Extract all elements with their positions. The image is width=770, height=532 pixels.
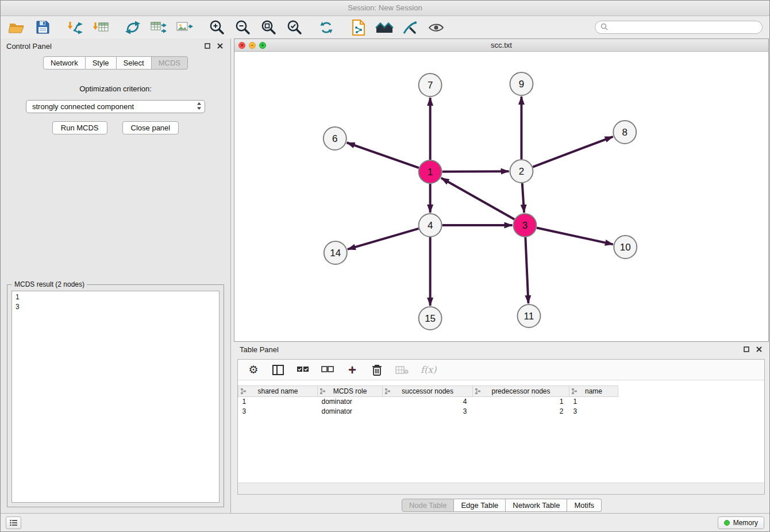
- run-mcds-button[interactable]: Run MCDS: [52, 121, 107, 134]
- graph-edge-2-3[interactable]: [522, 183, 524, 213]
- graph-node-2[interactable]: 2: [510, 160, 533, 183]
- minimize-window-icon[interactable]: −: [249, 42, 256, 49]
- select-stepper-icon: [197, 102, 202, 112]
- network-graph[interactable]: 7968124314101511: [234, 52, 768, 341]
- graph-node-4[interactable]: 4: [419, 214, 442, 237]
- graph-node-1[interactable]: 1: [419, 160, 442, 183]
- export-image-icon[interactable]: [175, 18, 194, 37]
- graph-node-11[interactable]: 11: [517, 304, 540, 327]
- column-header-MCDS-role[interactable]: MCDS role: [318, 386, 383, 397]
- select-all-columns-icon[interactable]: [297, 366, 309, 374]
- graph-node-14[interactable]: 14: [324, 241, 347, 264]
- control-panel-tabs: NetworkStyleSelectMCDS: [1, 56, 230, 70]
- column-tree-icon: [572, 388, 577, 396]
- network-canvas[interactable]: 7968124314101511: [234, 52, 768, 341]
- refresh-icon[interactable]: [317, 18, 336, 37]
- graph-edge-3-10[interactable]: [537, 228, 613, 244]
- close-window-icon[interactable]: ✕: [238, 42, 245, 49]
- import-table-icon[interactable]: [91, 18, 110, 37]
- column-header-successor-nodes[interactable]: successor nodes: [383, 386, 473, 397]
- tab-motifs[interactable]: Motifs: [567, 499, 602, 512]
- paint-brush-icon[interactable]: [401, 18, 419, 37]
- node-table-header-row: shared nameMCDS rolesuccessor nodesprede…: [238, 386, 765, 397]
- network-window-titlebar: scc.txt ✕ − +: [234, 39, 768, 52]
- close-panel-icon[interactable]: [215, 41, 225, 51]
- function-builder-icon: f(x): [421, 364, 436, 375]
- column-header-filler: [618, 386, 765, 397]
- table-row[interactable]: 1dominator411: [238, 397, 765, 407]
- graph-edge-3-11[interactable]: [525, 237, 528, 303]
- zoom-out-icon[interactable]: [233, 18, 252, 37]
- network-window: scc.txt ✕ − + 7968124314101511: [234, 38, 769, 342]
- close-panel-button[interactable]: Close panel: [122, 121, 179, 134]
- table-row[interactable]: 3dominator323: [238, 407, 765, 417]
- zoom-in-icon[interactable]: [207, 18, 226, 37]
- memory-button[interactable]: Memory: [718, 516, 764, 529]
- graph-node-6[interactable]: 6: [324, 127, 346, 150]
- eye-icon[interactable]: [427, 18, 445, 37]
- table-horizontal-scrollbar[interactable]: [238, 483, 764, 494]
- table-cell-filler: [618, 407, 765, 417]
- float-table-panel-icon[interactable]: [742, 345, 751, 354]
- search-input[interactable]: [611, 24, 757, 32]
- zoom-window-icon[interactable]: +: [259, 42, 266, 49]
- graph-edge-3-1[interactable]: [441, 178, 514, 219]
- refresh-group: [317, 18, 336, 37]
- tab-network-table[interactable]: Network Table: [506, 499, 567, 512]
- zoom-selected-icon[interactable]: [285, 18, 303, 37]
- trash-icon[interactable]: [371, 364, 383, 376]
- float-panel-icon[interactable]: [203, 41, 212, 51]
- table-panel-title: Table Panel: [240, 345, 279, 354]
- column-header-predecessor-nodes[interactable]: predecessor nodes: [473, 386, 569, 397]
- table-settings-gear-icon[interactable]: ⚙: [247, 364, 260, 375]
- graph-node-8[interactable]: 8: [613, 121, 636, 144]
- graph-edge-4-14[interactable]: [348, 229, 419, 249]
- control-panel-title: Control Panel: [6, 42, 52, 51]
- show-columns-icon[interactable]: [272, 365, 284, 375]
- window-title: Session: New Session: [348, 3, 422, 12]
- close-table-panel-icon[interactable]: [754, 345, 764, 354]
- save-icon[interactable]: [33, 18, 52, 37]
- add-column-icon[interactable]: +: [346, 363, 359, 377]
- column-header-shared-name[interactable]: shared name: [238, 386, 318, 397]
- delete-column-icon: [395, 365, 409, 375]
- search-box[interactable]: [595, 21, 763, 34]
- tab-select[interactable]: Select: [117, 56, 152, 70]
- open-folder-icon[interactable]: [7, 18, 26, 37]
- optimization-criterion-label: Optimization criterion:: [79, 84, 152, 93]
- table-toolbar: ⚙: [238, 360, 764, 380]
- mcds-result-line: 3: [16, 302, 215, 312]
- graph-node-3[interactable]: 3: [513, 214, 536, 237]
- deselect-all-columns-icon[interactable]: [321, 366, 334, 374]
- network-document-icon[interactable]: [349, 18, 368, 37]
- status-bar: Memory: [1, 513, 769, 531]
- table-cell: 1: [569, 397, 618, 407]
- zoom-fit-icon[interactable]: [259, 18, 278, 37]
- criterion-select-value: strongly connected component: [32, 102, 134, 111]
- criterion-select[interactable]: strongly connected component: [26, 100, 205, 113]
- task-history-icon[interactable]: [6, 516, 21, 529]
- tab-node-table[interactable]: Node Table: [402, 499, 455, 512]
- tab-edge-table[interactable]: Edge Table: [454, 499, 506, 512]
- table-cell: 3: [383, 407, 473, 417]
- graph-node-9[interactable]: 9: [510, 72, 533, 95]
- graph-edge-1-2[interactable]: [442, 171, 509, 172]
- graph-edge-2-8[interactable]: [533, 137, 613, 167]
- graph-node-10[interactable]: 10: [614, 236, 637, 259]
- column-header-name[interactable]: name: [569, 386, 618, 397]
- import-network-icon[interactable]: [66, 18, 84, 37]
- tab-network[interactable]: Network: [43, 56, 86, 70]
- tab-mcds[interactable]: MCDS: [152, 56, 188, 70]
- first-neighbors-icon[interactable]: [375, 18, 394, 37]
- tab-style[interactable]: Style: [86, 56, 117, 70]
- column-tree-icon: [475, 388, 480, 396]
- export-table-icon[interactable]: [149, 18, 168, 37]
- graph-edge-1-6[interactable]: [347, 142, 419, 168]
- table-cell-filler: [618, 397, 765, 407]
- mcds-result-title: MCDS result (2 nodes): [12, 280, 87, 288]
- network-arrows-icon[interactable]: [124, 18, 142, 37]
- svg-text:1: 1: [428, 167, 433, 178]
- mcds-result-list[interactable]: 13: [11, 291, 220, 503]
- graph-node-7[interactable]: 7: [419, 74, 442, 97]
- graph-node-15[interactable]: 15: [419, 307, 442, 330]
